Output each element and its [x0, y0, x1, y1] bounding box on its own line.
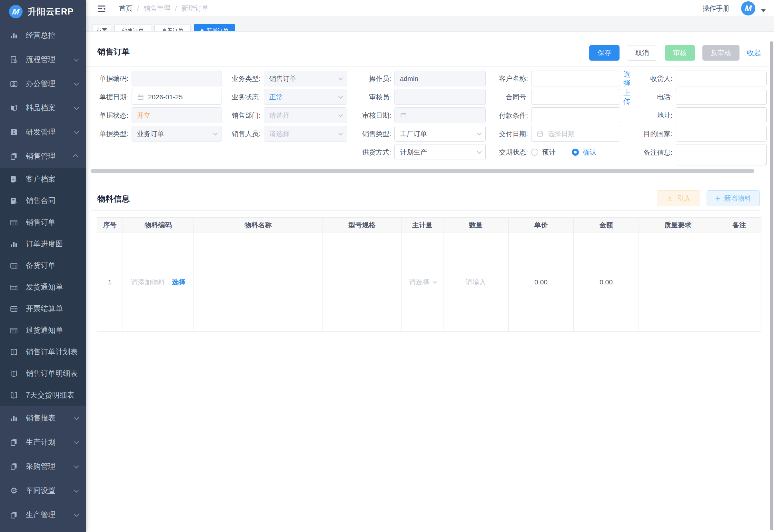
app-title: 升阳云ERP [28, 6, 74, 17]
sidebar-item-sales-order-plan[interactable]: 销售订单计划表 [0, 341, 86, 363]
sidebar-item-production-mgmt[interactable]: 生产管理 [0, 503, 86, 527]
radio-label-confirm[interactable]: 确认 [583, 148, 596, 157]
avatar[interactable]: M [741, 1, 755, 15]
dest-country-field[interactable] [681, 126, 761, 141]
address-input[interactable] [676, 107, 767, 123]
add-material-button[interactable]: + 新增物料 [707, 190, 760, 206]
auditor-input [394, 89, 486, 105]
chevron-down-icon [74, 463, 79, 468]
sidebar-item-processing-workshop[interactable]: 加工车间 [0, 527, 86, 532]
bill-code-input[interactable] [132, 71, 222, 86]
sales-type-value: 工厂订单 [400, 129, 427, 138]
save-button[interactable]: 保存 [589, 45, 620, 61]
header-right: 操作手册 M [702, 0, 766, 17]
collapse-link[interactable]: 收起 [747, 48, 761, 58]
sidebar-item-sales-report[interactable]: 销售报表 [0, 406, 86, 430]
materials-table: 序号 物料编码 物料名称 型号规格 主计量 数量 单价 金额 质量要求 备注 1 [97, 217, 761, 332]
sidebar-item-delivery-7day-detail[interactable]: 7天交货明细表 [0, 384, 86, 406]
sidebar-item-order-progress[interactable]: 订单进度图 [0, 233, 86, 255]
contract-no-input[interactable] [531, 89, 620, 105]
sidebar-item-shipping-notice[interactable]: 发货通知单 [0, 276, 86, 298]
sidebar-item-sales-order[interactable]: 销售订单 [0, 212, 86, 233]
sidebar-item-rd-mgmt[interactable]: 研发管理 [0, 120, 86, 144]
delivery-date-picker[interactable]: 选择日期 [531, 126, 620, 142]
remark-textarea[interactable] [676, 144, 767, 165]
page-title: 销售订单 [97, 46, 130, 57]
menu-fold-icon[interactable] [97, 4, 106, 14]
chevron-down-icon [338, 94, 343, 98]
cell-material-name [194, 232, 323, 332]
sidebar-item-customer-archive[interactable]: 客户档案 [0, 168, 86, 190]
payment-terms-input[interactable] [531, 107, 620, 123]
chevron-down-icon [74, 129, 79, 134]
chevron-down-icon [74, 56, 79, 62]
field-label: 销售人员: [226, 129, 264, 138]
field-label: 单据编码: [94, 74, 132, 83]
sidebar-item-process-mgmt[interactable]: 流程管理 [0, 47, 86, 72]
tab-sales-order[interactable]: 销售订单 [114, 24, 151, 31]
caret-down-icon[interactable] [761, 9, 766, 12]
breadcrumb-separator: / [175, 5, 177, 12]
chevron-down-icon [74, 81, 79, 86]
bill-date-picker[interactable]: 2026-01-25 [132, 89, 222, 105]
quantity-input[interactable]: 请输入 [466, 278, 486, 286]
sales-dept-select[interactable]: 请选择 [264, 107, 347, 123]
breadcrumb: 首页 / 销售管理 / 新增订单 [119, 0, 209, 17]
address-field[interactable] [681, 108, 761, 123]
receiver-field[interactable] [681, 71, 761, 86]
reverse-audit-button[interactable]: 反审核 [702, 45, 739, 61]
bill-type-select[interactable]: 业务订单 [132, 126, 222, 142]
sidebar-item-sales-contract[interactable]: 销售合同 [0, 190, 86, 212]
field-label: 供货方式: [361, 148, 394, 157]
sidebar-item-stock-order[interactable]: 备货订单 [0, 255, 86, 276]
gear-icon: ⚙ [10, 487, 18, 495]
sidebar-item-purchase-mgmt[interactable]: 采购管理 [0, 454, 86, 478]
receiver-input[interactable] [676, 71, 767, 86]
vertical-scrollbar[interactable] [770, 41, 773, 530]
customer-input[interactable] [531, 71, 620, 86]
unit-select[interactable]: 请选择 [409, 278, 436, 287]
biz-type-select[interactable]: 销售订单 [264, 71, 347, 86]
sales-person-select[interactable]: 请选择 [264, 126, 347, 142]
contract-upload-link[interactable]: 上传 [623, 88, 631, 106]
sidebar-item-label: 采购管理 [26, 461, 72, 471]
sidebar-item-workshop-setting[interactable]: ⚙ 车间设置 [0, 478, 86, 503]
payment-terms-field[interactable] [537, 108, 615, 123]
sidebar-item-sales-mgmt[interactable]: 销售管理 [0, 144, 86, 168]
sidebar-item-office-mgmt[interactable]: 办公管理 [0, 72, 86, 96]
tab-view-order[interactable]: 查看订单 [154, 24, 191, 31]
contract-no-field[interactable] [537, 89, 615, 104]
sidebar-item-invoice-settlement[interactable]: 开票结算单 [0, 298, 86, 320]
radio-label-estimate[interactable]: 预计 [542, 148, 556, 157]
sidebar-item-business-overview[interactable]: 经营总控 [0, 23, 86, 47]
phone-input[interactable] [676, 89, 767, 105]
sidebar-item-sales-order-detail[interactable]: 销售订单明细表 [0, 363, 86, 384]
sidebar-item-material-archive[interactable]: 料品档案 [0, 96, 86, 120]
sidebar-item-production-plan[interactable]: 生产计划 [0, 430, 86, 454]
horizontal-scrollbar[interactable] [91, 169, 754, 173]
sales-type-select[interactable]: 工厂订单 [394, 126, 486, 142]
sidebar-item-label: 研发管理 [26, 127, 72, 137]
radio-checked-icon[interactable] [572, 149, 579, 156]
table-grid-icon [10, 326, 18, 335]
import-button[interactable]: 引入 [657, 190, 700, 206]
breadcrumb-home[interactable]: 首页 [119, 4, 133, 13]
customer-select-link[interactable]: 选择 [623, 70, 631, 87]
sidebar-item-return-notice[interactable]: 退货通知单 [0, 320, 86, 341]
supply-mode-select[interactable]: 计划生产 [394, 144, 486, 160]
app-root: M 升阳云ERP 经营总控 流程管理 办公管理 料品档案 研发管理 [0, 0, 774, 532]
phone-field[interactable] [681, 89, 761, 104]
tab-home[interactable]: 首页 [93, 24, 111, 31]
biz-status-select[interactable]: 正常 [264, 89, 347, 105]
tab-label: 销售订单 [122, 27, 144, 31]
breadcrumb-section[interactable]: 销售管理 [144, 4, 171, 13]
cancel-button[interactable]: 取消 [627, 45, 657, 61]
dest-country-input[interactable] [676, 126, 767, 142]
manual-link[interactable]: 操作手册 [702, 4, 729, 13]
material-select-link[interactable]: 选择 [172, 278, 185, 287]
table-grid-icon [10, 305, 18, 313]
radio-unchecked-icon[interactable] [531, 149, 538, 156]
customer-field[interactable] [537, 71, 615, 86]
tab-new-order[interactable]: 新增订单 [194, 24, 235, 31]
audit-button[interactable]: 审核 [665, 45, 695, 61]
